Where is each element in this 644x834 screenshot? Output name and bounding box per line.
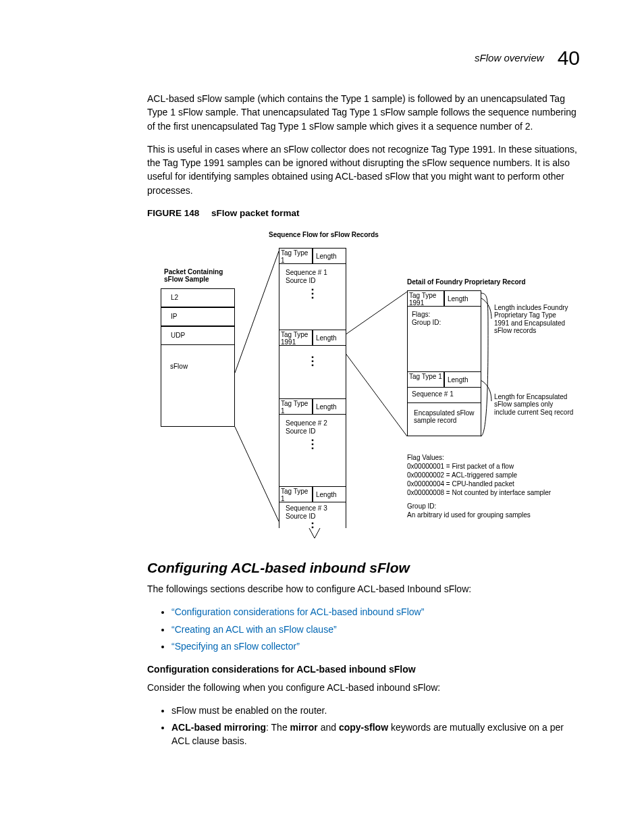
note-length-includes: Length includes Foundry Proprietary Tag … [494, 304, 568, 335]
figure-caption: FIGURE 148 sFlow packet format [147, 207, 580, 220]
flag-value: 0x00000004 = CPU-handled packet [407, 480, 514, 488]
dots: ▪▪▪ [309, 438, 316, 450]
seq-r3-seq: Sequence # 2 [286, 419, 327, 427]
seq-r2-tag: Tag Type 1991 [279, 330, 313, 346]
seq-r1-len: Length [313, 248, 346, 264]
link-list: “Configuration considerations for ACL-ba… [147, 605, 580, 653]
det-r1-tag: Tag Type 1991 [407, 290, 444, 307]
dots: ▪▪ [309, 521, 316, 529]
bold-keyword: copy-sflow [339, 722, 388, 733]
det-seq1: Sequence # 1 [412, 390, 454, 398]
seq-r4-len: Length [313, 486, 346, 502]
section-heading: Configuring ACL-based inbound sFlow [147, 558, 580, 578]
subsection-heading: Configuration considerations for ACL-bas… [147, 662, 580, 676]
bold-term: ACL-based mirroring [171, 722, 266, 733]
text: and [318, 722, 339, 733]
running-header: sFlow overview 40 [475, 43, 580, 73]
det-r2-len: Length [444, 371, 481, 388]
packet-sflow: sFlow [170, 363, 188, 371]
seq-r1-src: Source ID [286, 277, 315, 285]
seq-r3-tag: Tag Type 1 [279, 398, 313, 415]
list-item: “Configuration considerations for ACL-ba… [171, 605, 580, 619]
group-id-text: An arbitrary id used for grouping sample… [407, 511, 531, 519]
seq-r4-tag: Tag Type 1 [279, 486, 313, 502]
seq-r4-seq: Sequence # 3 [286, 504, 327, 513]
svg-line-3 [343, 350, 407, 436]
packet-l2: L2 [161, 288, 235, 307]
det-encap: Encapsulated sFlow sample record [414, 409, 478, 425]
xref-link[interactable]: “Creating an ACL with an sFlow clause” [171, 624, 337, 635]
figure-title: sFlow packet format [211, 208, 300, 218]
section-intro: The followings sections describe how to … [147, 582, 580, 596]
text: : The [266, 722, 290, 733]
seq-r3-src: Source ID [286, 427, 315, 436]
packet-ip: IP [161, 307, 235, 326]
flag-value: 0x00000008 = Not counted by interface sa… [407, 489, 551, 497]
group-id-header: Group ID: [407, 502, 436, 511]
packet-title: Packet Containing sFlow Sample [164, 268, 238, 284]
list-item: “Specifying an sFlow collector” [171, 640, 580, 653]
list-item: sFlow must be enabled on the router. [171, 704, 580, 717]
page-number: 40 [558, 43, 580, 73]
svg-line-5 [315, 528, 320, 538]
seq-r1-seq: Sequence # 1 [286, 269, 327, 277]
packet-sflow-box [161, 345, 235, 427]
svg-line-2 [343, 292, 407, 336]
packet-udp: UDP [161, 326, 235, 345]
dots: ▪▪▪ [309, 355, 316, 367]
dots: ▪▪▪ [309, 288, 316, 300]
section-title: sFlow overview [475, 51, 544, 66]
svg-line-1 [235, 427, 279, 521]
seq-r2-len: Length [313, 330, 346, 346]
subsection-intro: Consider the following when you configur… [147, 681, 580, 694]
det-flags: Flags: [412, 311, 430, 319]
det-r2-tag: Tag Type 1 [407, 371, 444, 388]
paragraph: This is useful in cases where an sFlow c… [147, 142, 580, 197]
bold-keyword: mirror [290, 722, 318, 733]
xref-link[interactable]: “Configuration considerations for ACL-ba… [171, 606, 424, 617]
bullet-list: sFlow must be enabled on the router. ACL… [147, 704, 580, 748]
paragraph: ACL-based sFlow sample (which contains t… [147, 92, 580, 133]
svg-line-0 [235, 251, 279, 373]
flag-value: 0x00000001 = First packet of a flow [407, 463, 514, 471]
seq-r1-tag: Tag Type 1 [279, 248, 313, 264]
det-r1-len: Length [444, 290, 481, 307]
note-length-encap: Length for Encapsulated sFlow samples on… [494, 393, 575, 417]
figure-diagram: Sequence Flow for sFlow Records Packet C… [147, 231, 579, 542]
list-item: ACL-based mirroring: The mirror and copy… [171, 721, 580, 748]
detail-title: Detail of Foundry Proprietary Record [407, 278, 526, 286]
seq-flow-title: Sequence Flow for sFlow Records [269, 231, 379, 239]
list-item: “Creating an ACL with an sFlow clause” [171, 623, 580, 636]
figure-label: FIGURE 148 [147, 208, 199, 218]
seq-r3-len: Length [313, 398, 346, 415]
det-groupid: Group ID: [412, 319, 441, 327]
xref-link[interactable]: “Specifying an sFlow collector” [171, 641, 300, 652]
flag-values-header: Flag Values: [407, 454, 444, 462]
flag-value: 0x00000002 = ACL-triggered sample [407, 471, 517, 479]
